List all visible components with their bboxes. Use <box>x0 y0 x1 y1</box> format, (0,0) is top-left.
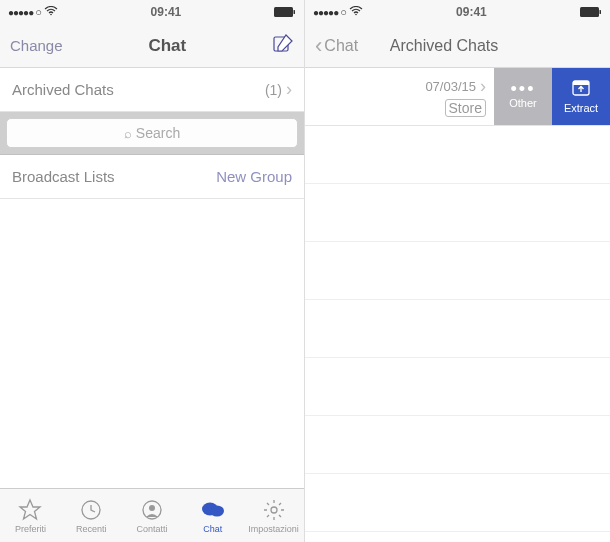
tab-label: Chat <box>203 524 222 534</box>
compose-icon[interactable] <box>272 33 294 59</box>
wifi-icon <box>44 6 58 18</box>
search-input[interactable]: ⌕ Search <box>6 118 298 148</box>
list-item <box>305 242 610 300</box>
tab-label: Recenti <box>76 524 107 534</box>
archived-chats-label: Archived Chats <box>12 81 114 98</box>
signal-dots: ●●●●● <box>313 7 338 18</box>
back-button[interactable]: ‹ Chat <box>315 33 358 59</box>
svg-point-6 <box>149 505 155 511</box>
broadcast-lists-row: Broadcast Lists New Group <box>0 155 304 199</box>
wifi-icon <box>349 6 363 18</box>
battery-icon <box>580 7 602 17</box>
list-item <box>305 126 610 184</box>
tab-impostazioni[interactable]: Impostazioni <box>243 489 304 542</box>
archived-item-store: Store <box>445 99 486 117</box>
broadcast-lists-label[interactable]: Broadcast Lists <box>12 168 115 185</box>
new-group-button[interactable]: New Group <box>216 168 292 185</box>
tab-label: Impostazioni <box>248 524 299 534</box>
svg-point-8 <box>210 505 224 516</box>
search-placeholder: Search <box>136 125 180 141</box>
archived-count: (1) <box>265 82 282 98</box>
nav-bar: Change Chat <box>0 24 304 68</box>
list-item <box>305 184 610 242</box>
search-wrap: ⌕ Search <box>0 112 304 155</box>
carrier-circle: ○ <box>35 6 42 18</box>
svg-point-10 <box>355 14 357 16</box>
swipe-action-extract[interactable]: Extract <box>552 68 610 125</box>
chevron-right-icon: › <box>480 76 486 97</box>
tab-recenti[interactable]: Recenti <box>61 489 122 542</box>
tab-chat[interactable]: Chat <box>182 489 243 542</box>
back-label: Chat <box>324 37 358 55</box>
carrier-circle: ○ <box>340 6 347 18</box>
svg-rect-2 <box>294 10 296 14</box>
status-bar: ●●●●● ○ 09:41 <box>0 0 304 24</box>
extract-icon <box>572 80 590 98</box>
nav-title: Archived Chats <box>390 37 499 55</box>
tab-label: Contatti <box>136 524 167 534</box>
chevron-left-icon: ‹ <box>315 33 322 59</box>
list-item <box>305 474 610 532</box>
change-button[interactable]: Change <box>10 37 63 54</box>
swipe-action-label: Other <box>509 97 537 109</box>
nav-title: Chat <box>148 36 186 56</box>
svg-point-9 <box>271 507 277 513</box>
phone-left: ●●●●● ○ 09:41 Change Chat <box>0 0 305 542</box>
status-bar: ●●●●● ○ 09:41 <box>305 0 610 24</box>
tab-contatti[interactable]: Contatti <box>122 489 183 542</box>
status-time: 09:41 <box>456 5 487 19</box>
svg-rect-1 <box>274 7 293 17</box>
list-item <box>305 358 610 416</box>
svg-rect-14 <box>573 81 589 85</box>
archived-item-content: 07/03/15 › Store <box>305 68 494 125</box>
svg-rect-12 <box>600 10 602 14</box>
archived-item-row[interactable]: 07/03/15 › Store ••• Other Extract <box>305 68 610 126</box>
battery-icon <box>274 7 296 17</box>
swipe-action-label: Extract <box>564 102 598 114</box>
tab-bar: Preferiti Recenti Contatti Chat Impostaz… <box>0 488 304 542</box>
chevron-right-icon: › <box>286 79 292 100</box>
archived-item-date: 07/03/15 <box>425 79 476 94</box>
tab-preferiti[interactable]: Preferiti <box>0 489 61 542</box>
svg-rect-11 <box>580 7 599 17</box>
swipe-action-other[interactable]: ••• Other <box>494 68 552 125</box>
archived-chats-row[interactable]: Archived Chats (1) › <box>0 68 304 112</box>
phone-right: ●●●●● ○ 09:41 ‹ Chat Archived Chats <box>305 0 610 542</box>
nav-bar: ‹ Chat Archived Chats <box>305 24 610 68</box>
tab-label: Preferiti <box>15 524 46 534</box>
list-item <box>305 300 610 358</box>
svg-point-0 <box>50 14 52 16</box>
status-time: 09:41 <box>151 5 182 19</box>
search-icon: ⌕ <box>124 126 132 141</box>
signal-dots: ●●●●● <box>8 7 33 18</box>
empty-chat-area <box>0 199 304 488</box>
more-icon: ••• <box>511 85 536 93</box>
list-item <box>305 416 610 474</box>
